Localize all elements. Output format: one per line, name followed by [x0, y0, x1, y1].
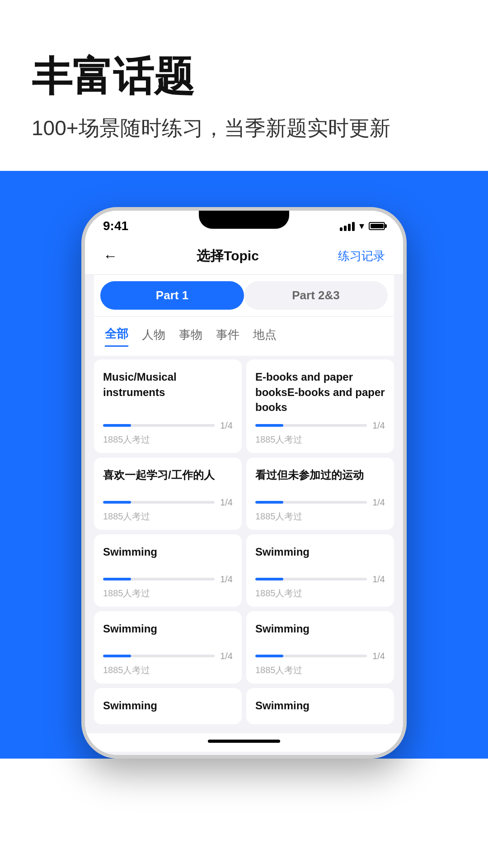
topic-card[interactable]: 看过但未参加过的运动 1/4 1885人考过	[246, 458, 394, 530]
progress-label: 1/4	[220, 574, 233, 585]
topic-count: 1885人考过	[255, 510, 385, 523]
topic-title: E-books and paper booksE-books and paper…	[255, 369, 385, 415]
status-icons: ▾	[340, 220, 385, 232]
home-bar	[208, 740, 280, 743]
progress-bar-fill	[255, 424, 283, 427]
topic-count: 1885人考过	[103, 434, 233, 446]
cat-person[interactable]: 人物	[142, 327, 165, 346]
topic-card[interactable]: Music/Musical instruments 1/4 1885人考过	[94, 359, 242, 453]
topic-grid: Music/Musical instruments 1/4 1885人考过 E-…	[94, 359, 394, 724]
sub-title: 100+场景随时练习，当季新题实时更新	[32, 113, 456, 144]
tab-part23[interactable]: Part 2&3	[244, 281, 388, 310]
wifi-icon: ▾	[359, 220, 364, 232]
topic-card[interactable]: Swimming	[94, 688, 242, 724]
topic-footer: 1/4 1885人考过	[103, 497, 233, 523]
progress-bar-bg	[255, 501, 367, 504]
battery-icon	[369, 222, 385, 230]
topic-footer: 1/4 1885人考过	[103, 574, 233, 599]
top-section: 丰富话题 100+场景随时练习，当季新题实时更新	[0, 0, 488, 171]
topic-title: 看过但未参加过的运动	[255, 467, 385, 492]
progress-bar-fill	[255, 578, 283, 580]
progress-bar-fill	[103, 655, 131, 657]
progress-label: 1/4	[372, 574, 385, 585]
topic-count: 1885人考过	[255, 587, 385, 599]
status-time: 9:41	[103, 219, 128, 233]
status-bar: 9:41 ▾	[85, 211, 403, 238]
signal-icon	[340, 221, 355, 231]
progress-bar-bg	[103, 424, 215, 427]
page-wrapper: 丰富话题 100+场景随时练习，当季新题实时更新 9:41 ▾	[0, 0, 488, 868]
progress-bar-bg	[103, 655, 215, 657]
topic-count: 1885人考过	[255, 434, 385, 446]
tab-part1[interactable]: Part 1	[100, 281, 244, 310]
topic-card[interactable]: Swimming 1/4 1885人考过	[94, 611, 242, 684]
topic-card[interactable]: Swimming	[246, 688, 394, 724]
progress-bar-fill	[255, 501, 283, 504]
topic-title: Swimming	[255, 621, 385, 646]
topic-footer: 1/4 1885人考过	[255, 420, 385, 446]
nav-title: 选择Topic	[197, 247, 259, 265]
progress-label: 1/4	[220, 497, 233, 508]
topic-title: Swimming	[103, 698, 233, 717]
topic-footer: 1/4 1885人考过	[255, 497, 385, 523]
phone-mockup: 9:41 ▾ ← 选择Topic	[81, 207, 407, 759]
progress-bar-bg	[255, 424, 367, 427]
phone-body: Part 1 Part 2&3 全部 人物 事物 事件 地点 Music/Mus…	[85, 275, 403, 733]
topic-title: Music/Musical instruments	[103, 369, 233, 415]
blue-bg: 9:41 ▾ ← 选择Topic	[0, 171, 488, 759]
topic-title: Swimming	[103, 544, 233, 569]
progress-bar-bg	[255, 655, 367, 657]
topic-footer: 1/4 1885人考过	[103, 651, 233, 676]
progress-label: 1/4	[220, 651, 233, 661]
topic-footer: 1/4 1885人考过	[255, 651, 385, 676]
topic-card[interactable]: Swimming 1/4 1885人考过	[246, 611, 394, 684]
practice-record-button[interactable]: 练习记录	[338, 248, 385, 264]
topic-title: Swimming	[103, 621, 233, 646]
progress-bar-bg	[103, 501, 215, 504]
topic-card[interactable]: Swimming 1/4 1885人考过	[94, 534, 242, 607]
progress-bar-bg	[255, 578, 367, 580]
topic-footer: 1/4 1885人考过	[103, 420, 233, 446]
phone-nav: ← 选择Topic 练习记录	[85, 238, 403, 275]
cat-event[interactable]: 事件	[216, 327, 239, 346]
progress-label: 1/4	[220, 420, 233, 431]
topic-count: 1885人考过	[103, 587, 233, 599]
topic-footer: 1/4 1885人考过	[255, 574, 385, 599]
home-indicator	[85, 733, 403, 752]
progress-label: 1/4	[372, 420, 385, 431]
cat-all[interactable]: 全部	[105, 326, 128, 347]
topic-title: 喜欢一起学习/工作的人	[103, 467, 233, 492]
topic-title: Swimming	[255, 698, 385, 717]
progress-bar-fill	[103, 501, 131, 504]
topic-count: 1885人考过	[255, 664, 385, 676]
part-tabs: Part 1 Part 2&3	[94, 275, 394, 316]
progress-bar-fill	[255, 655, 283, 657]
cat-place[interactable]: 地点	[253, 327, 277, 346]
progress-bar-fill	[103, 578, 131, 580]
back-button[interactable]: ←	[103, 248, 117, 264]
topic-count: 1885人考过	[103, 510, 233, 523]
topic-count: 1885人考过	[103, 664, 233, 676]
cat-thing[interactable]: 事物	[179, 327, 202, 346]
topic-card[interactable]: 喜欢一起学习/工作的人 1/4 1885人考过	[94, 458, 242, 530]
progress-label: 1/4	[372, 497, 385, 508]
progress-bar-bg	[103, 578, 215, 580]
main-title: 丰富话题	[32, 54, 456, 99]
topic-card[interactable]: Swimming 1/4 1885人考过	[246, 534, 394, 607]
progress-bar-fill	[103, 424, 131, 427]
progress-label: 1/4	[372, 651, 385, 661]
phone-notch	[199, 211, 289, 229]
topic-title: Swimming	[255, 544, 385, 569]
topic-card[interactable]: E-books and paper booksE-books and paper…	[246, 359, 394, 453]
category-filter: 全部 人物 事物 事件 地点	[94, 317, 394, 356]
